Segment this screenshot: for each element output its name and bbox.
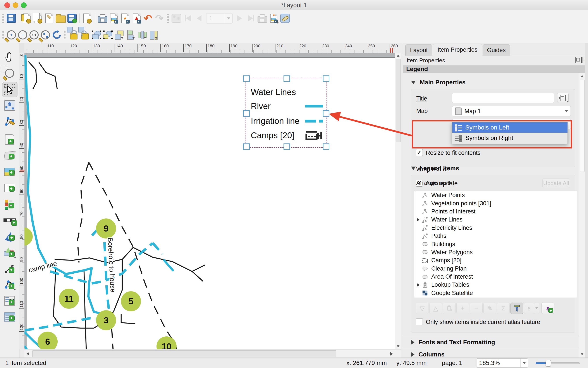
duplicate-layout-button[interactable] [32,12,44,24]
edit-nodes-tool-button[interactable] [2,114,17,129]
atlas-first-feature-button[interactable] [182,12,193,24]
filter-legend-by-map-button[interactable] [511,303,523,314]
legend-item-row[interactable]: Electricity Lines [414,224,577,232]
ungroup-items-button[interactable] [102,29,114,41]
scroll-down-arrow[interactable] [396,345,400,348]
expand-icon[interactable] [417,218,420,222]
legend-item-row[interactable]: Area Of Interest [414,273,577,281]
resize-handle[interactable] [323,110,329,117]
section-columns[interactable]: Columns [411,351,445,358]
filter-expression-dropdown[interactable] [534,303,539,314]
zoom-out-button[interactable]: − [17,29,28,41]
move-item-content-tool-button[interactable] [2,98,17,113]
tab-layout[interactable]: Layout [405,45,432,55]
add-scalebar-tool-button[interactable] [2,213,17,228]
move-item-down-button[interactable]: ▽ [416,303,428,314]
print-atlas-button[interactable] [257,12,268,24]
toolbar-grip[interactable] [167,14,169,23]
resize-handle[interactable] [284,143,290,150]
export-atlas-button[interactable] [268,12,279,24]
legend-item-row[interactable]: Water Polygons [414,248,577,256]
atlas-settings-button[interactable] [279,12,291,24]
zoom-tool-button[interactable] [2,66,17,81]
slider-handle[interactable] [546,360,551,367]
section-main-properties[interactable]: Main Properties [411,79,466,86]
toolbar-grip[interactable] [64,30,66,39]
add-html-tool-button[interactable]: </> [2,294,17,308]
data-defined-override-button[interactable] [557,93,569,103]
atlas-page-combobox[interactable]: 1 [206,13,233,24]
legend-item-row[interactable]: Paths [414,232,577,240]
add-map-tool-button[interactable] [2,132,17,147]
refresh-view-button[interactable] [51,29,62,41]
scroll-left-arrow[interactable] [27,352,29,356]
resize-handle[interactable] [323,143,329,150]
scrollbar-thumb[interactable] [580,80,585,172]
map-combobox[interactable]: Map 1 [452,106,571,116]
add-picture-tool-button[interactable] [2,164,17,179]
atlas-next-feature-button[interactable] [234,12,245,24]
add-arrow-tool-button[interactable] [2,261,17,276]
expand-icon[interactable] [417,283,420,287]
zoom-full-extent-button[interactable] [40,29,51,41]
legend-item-row[interactable]: Water Points [414,191,577,199]
resize-handle[interactable] [243,143,250,150]
undo-button[interactable]: ↶ [142,12,154,24]
export-as-svg-button[interactable] [120,12,131,24]
section-fonts[interactable]: Fonts and Text Formatting [411,339,495,346]
scrollbar-thumb[interactable] [396,59,401,142]
resize-items-button[interactable] [147,29,159,41]
add-items-from-template-button[interactable] [82,12,93,24]
zoom-in-button[interactable]: + [6,29,17,41]
float-panel-button[interactable] [575,57,582,63]
tab-item-properties[interactable]: Item Properties [433,44,482,55]
redo-button[interactable]: ↷ [154,12,165,24]
legend-item-row[interactable]: Lookup Tables [414,281,577,289]
print-layout-button[interactable] [97,12,108,24]
legend-item-row[interactable]: Water Lines [414,216,577,224]
zoom-slider[interactable] [536,359,579,367]
resize-handle[interactable] [243,110,250,117]
save-project-button[interactable] [6,12,17,24]
legend-items-list[interactable]: Water Points Vegetation points [301] Poi… [414,191,577,298]
scrollbar-thumb[interactable] [32,350,336,357]
legend-item-row[interactable]: Vegetation points [301] [414,199,577,207]
scroll-up-arrow[interactable] [581,75,584,77]
add-attribute-table-tool-button[interactable] [2,310,17,324]
add-expression-legend-button[interactable]: ε [541,303,554,314]
zoom-actual-size-button[interactable]: 1:1 [28,29,40,41]
legend-item-row[interactable]: Points of Interest [414,208,577,216]
select-move-item-tool-button[interactable] [2,82,18,97]
zoom-combobox-dropdown[interactable] [520,359,528,367]
canvas-legend-item[interactable]: Water Lines River Irrigation line Camps … [246,78,327,147]
scroll-right-arrow[interactable] [390,352,393,356]
move-item-up-button[interactable]: △ [429,303,442,314]
atlas-page-dropdown[interactable] [225,14,232,23]
add-3d-map-tool-button[interactable] [2,148,17,163]
canvas-vertical-scrollbar[interactable] [395,53,401,349]
add-item-button[interactable]: + [456,303,469,314]
panel-scrollbar[interactable] [579,73,585,358]
dropdown-option-symbols-left[interactable]: Symbols on Left [452,122,568,133]
align-items-button[interactable] [125,29,136,41]
add-legend-tool-button[interactable] [2,197,17,212]
tab-guides[interactable]: Guides [482,45,510,55]
remove-item-button[interactable]: − [470,303,482,314]
scroll-up-arrow[interactable] [396,55,400,57]
add-node-item-tool-button[interactable] [2,277,17,292]
legend-item-row[interactable]: Clearing Plan [414,265,577,273]
legend-item-row[interactable]: Google Satellite [414,289,577,297]
canvas-horizontal-scrollbar[interactable] [24,349,401,358]
unlock-all-items-button[interactable] [79,29,91,41]
filter-by-expression-button[interactable]: ε [524,303,534,314]
atlas-last-feature-button[interactable] [245,12,257,24]
lock-selected-items-button[interactable] [68,29,79,41]
save-as-template-button[interactable] [66,12,78,24]
atlas-preview-button[interactable] [171,12,182,24]
zoom-level-combobox[interactable]: 185.3% [476,359,528,368]
new-layout-button[interactable] [21,12,32,24]
toolbar-grip[interactable] [2,30,4,39]
edit-item-button[interactable]: ✎ [483,303,496,314]
layout-manager-button[interactable] [44,12,55,24]
legend-item-row[interactable]: Buildings [414,240,577,248]
